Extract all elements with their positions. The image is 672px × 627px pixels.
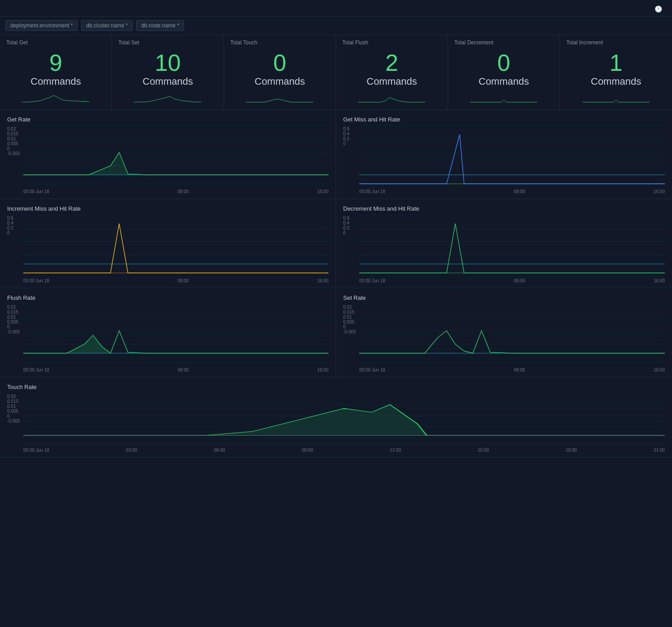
total-touch-unit: Commands: [230, 76, 329, 87]
set-rate-chart-title: Set Rate: [343, 294, 665, 301]
total-increment-label: Total Increment: [566, 39, 666, 46]
total-flush-card: Total Flush 2 Commands: [336, 35, 448, 109]
get-rate-chart-area: [23, 125, 328, 188]
decrement-miss-hit-rate-chart-title: Decrement Miss and Hit Rate: [343, 205, 665, 212]
total-set-value: 10: [118, 50, 217, 76]
charts-grid: Get Rate 0.020.0150.010.0050-0.005 00:00…: [0, 110, 672, 458]
get-rate-chart-panel: Get Rate 0.020.0150.010.0050-0.005 00:00…: [0, 110, 336, 199]
get-miss-hit-rate-chart-x-axis: 00:00 Jun 1808:0016:00: [343, 188, 665, 194]
set-rate-chart-panel: Set Rate 0.020.0150.010.0050-0.005 00:00…: [336, 288, 672, 377]
flush-rate-chart-title: Flush Rate: [7, 294, 328, 301]
total-get-unit: Commands: [6, 76, 105, 87]
total-get-mini-chart: [6, 91, 105, 104]
total-touch-value: 0: [230, 50, 329, 76]
total-increment-value: 1: [566, 50, 666, 76]
total-decrement-unit: Commands: [454, 76, 553, 87]
total-decrement-label: Total Decrement: [454, 39, 553, 46]
svg-marker-7: [67, 152, 145, 175]
deployment-env-filter[interactable]: deployment.environment *: [5, 20, 78, 31]
total-set-mini-chart: [118, 91, 217, 104]
total-get-value: 9: [6, 50, 105, 76]
total-increment-card: Total Increment 1 Commands: [560, 35, 672, 109]
increment-miss-hit-rate-chart-x-axis: 00:00 Jun 1808:0016:00: [7, 277, 328, 283]
flush-rate-chart-panel: Flush Rate 0.020.0150.010.0050-0.005 00:…: [0, 288, 336, 377]
set-rate-chart-x-axis: 00:00 Jun 1808:0016:00: [343, 367, 665, 372]
get-miss-hit-rate-chart-title: Get Miss and Hit Rate: [343, 116, 665, 123]
total-decrement-value: 0: [454, 50, 553, 76]
touch-rate-chart-title: Touch Rate: [7, 384, 665, 390]
increment-miss-hit-rate-chart-area: [23, 215, 328, 277]
decrement-miss-hit-rate-chart-area: [359, 215, 665, 277]
flush-rate-chart-x-axis: 00:00 Jun 1808:0016:00: [7, 367, 328, 372]
get-rate-chart-title: Get Rate: [7, 116, 328, 123]
time-range: 🕐: [655, 5, 665, 13]
svg-marker-54: [207, 405, 665, 436]
get-rate-chart-x-axis: 00:00 Jun 1808:0016:00: [7, 188, 328, 194]
total-touch-mini-chart: [230, 91, 329, 104]
decrement-miss-hit-rate-chart-panel: Decrement Miss and Hit Rate 0.60.40.20 0…: [336, 199, 672, 288]
total-get-label: Total Get: [6, 39, 105, 46]
increment-miss-hit-rate-chart-title: Increment Miss and Hit Rate: [7, 205, 328, 212]
stat-cards-row: Total Get 9 Commands Total Set 10 Comman…: [0, 35, 672, 110]
total-touch-card: Total Touch 0 Commands: [224, 35, 336, 109]
total-touch-label: Total Touch: [230, 39, 329, 46]
total-flush-unit: Commands: [342, 76, 441, 87]
total-decrement-card: Total Decrement 0 Commands: [448, 35, 560, 109]
touch-rate-chart-area: [23, 393, 665, 447]
total-set-unit: Commands: [118, 76, 217, 87]
filters-bar: deployment.environment *db.cluster.name …: [0, 17, 672, 35]
flush-rate-chart-area: [23, 304, 328, 367]
node-name-filter[interactable]: db.node.name *: [136, 20, 184, 31]
total-get-card: Total Get 9 Commands: [0, 35, 112, 109]
increment-miss-hit-rate-chart-panel: Increment Miss and Hit Rate 0.60.40.20 0…: [0, 199, 336, 288]
touch-rate-chart-x-axis: 00:00 Jun 1803:0006:0009:0012:0015:0018:…: [7, 447, 665, 453]
total-decrement-mini-chart: [454, 91, 553, 104]
touch-rate-chart-panel: Touch Rate 0.020.0150.010.0050-0.005 00:…: [0, 377, 672, 458]
set-rate-chart-area: [359, 304, 665, 367]
total-set-label: Total Set: [118, 39, 217, 46]
total-flush-label: Total Flush: [342, 39, 441, 46]
total-flush-mini-chart: [342, 91, 441, 104]
total-increment-unit: Commands: [566, 76, 666, 87]
get-miss-hit-rate-chart-area: [359, 125, 665, 188]
total-set-card: Total Set 10 Commands: [112, 35, 224, 109]
header: 🕐: [0, 0, 672, 17]
get-miss-hit-rate-chart-panel: Get Miss and Hit Rate 0.60.40.20 00:00 J…: [336, 110, 672, 199]
total-flush-value: 2: [342, 50, 441, 76]
decrement-miss-hit-rate-chart-x-axis: 00:00 Jun 1808:0016:00: [343, 277, 665, 283]
cluster-name-filter[interactable]: db.cluster.name *: [81, 20, 133, 31]
clock-icon: 🕐: [655, 5, 662, 13]
total-increment-mini-chart: [566, 91, 666, 104]
